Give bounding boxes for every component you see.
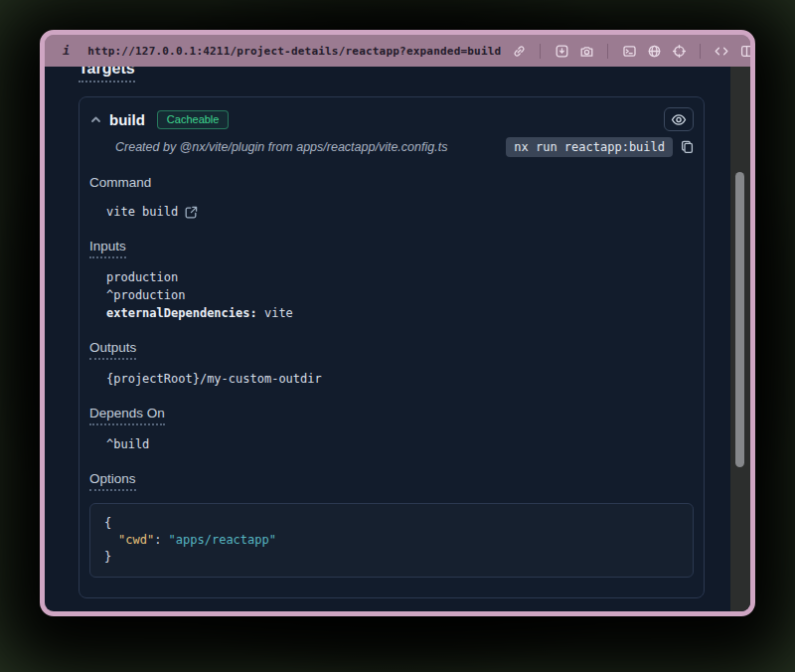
depends-on-value: ^build (106, 435, 694, 453)
options-section-label[interactable]: Options (89, 471, 694, 491)
targets-heading[interactable]: Targets (79, 67, 135, 83)
json-string-value: "apps/reactapp" (169, 533, 276, 547)
globe-icon[interactable] (646, 43, 662, 59)
inputs-list: production ^production externalDependenc… (106, 268, 694, 322)
target-name: build (109, 111, 145, 128)
browser-toolbar: i http://127.0.0.1:4211/project-details/… (45, 35, 750, 67)
import-icon[interactable] (554, 43, 569, 59)
info-icon[interactable]: i (63, 44, 70, 58)
command-value: vite build (106, 203, 694, 221)
command-text: vite build (106, 203, 178, 221)
depends-on-text: ^build (106, 435, 149, 453)
browser-window: i http://127.0.0.1:4211/project-details/… (40, 30, 755, 616)
chevron-up-icon[interactable] (89, 113, 101, 125)
json-line: { (104, 515, 679, 532)
project-details-page: Targets build Cacheable (45, 67, 750, 611)
input-value: vite (257, 306, 293, 320)
outputs-value: {projectRoot}/my-custom-outdir (106, 370, 694, 388)
build-card-subheader: Created by @nx/vite/plugin from apps/rea… (89, 137, 694, 157)
build-card-header: build Cacheable (89, 107, 694, 131)
json-line: "cwd": "apps/reactapp" (104, 532, 679, 549)
eye-button[interactable] (664, 107, 694, 131)
split-panel-icon[interactable] (738, 43, 754, 59)
options-json-block: { "cwd": "apps/reactapp" } (89, 503, 694, 578)
output-text: {projectRoot}/my-custom-outdir (106, 370, 322, 388)
toolbar-divider (607, 44, 608, 59)
copy-button[interactable] (681, 140, 694, 154)
input-item: ^production (106, 286, 694, 304)
page-content: Targets build Cacheable (45, 67, 750, 611)
outputs-section-label[interactable]: Outputs (89, 340, 694, 360)
terminal-icon[interactable] (621, 43, 637, 59)
toolbar-divider (700, 44, 701, 59)
json-key: "cwd" (118, 533, 154, 547)
input-item: externalDependencies: vite (106, 304, 694, 322)
crosshair-icon[interactable] (671, 43, 687, 59)
scrollbar-track[interactable] (730, 67, 750, 611)
input-item: production (106, 268, 694, 286)
depends-on-section-label[interactable]: Depends On (89, 406, 694, 425)
external-link-icon[interactable] (185, 206, 198, 219)
created-by-text: Created by @nx/vite/plugin from apps/rea… (115, 140, 447, 154)
url-bar[interactable]: http://127.0.0.1:4211/project-details/re… (87, 45, 501, 58)
eye-icon (671, 113, 687, 126)
camera-icon[interactable] (578, 43, 594, 59)
target-card-build: build Cacheable Created by @nx/vite/plug… (79, 96, 705, 598)
scrollbar-thumb[interactable] (735, 172, 744, 467)
command-section-label: Command (89, 175, 694, 193)
input-key: externalDependencies: (106, 306, 257, 320)
inputs-section-label[interactable]: Inputs (89, 239, 694, 258)
copy-icon (681, 140, 694, 154)
run-command-chip: nx run reactapp:build (506, 137, 673, 157)
toolbar-actions (511, 43, 754, 59)
cacheable-badge: Cacheable (157, 110, 230, 129)
json-line: } (104, 549, 679, 566)
link-icon[interactable] (511, 43, 527, 59)
code-icon[interactable] (714, 43, 729, 59)
toolbar-divider (540, 44, 541, 59)
